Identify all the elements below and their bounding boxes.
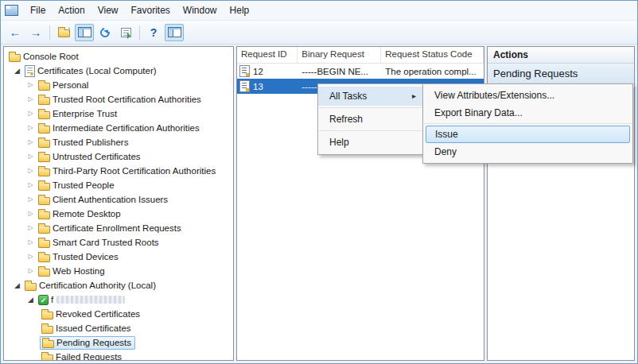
request-status-value: The operation compl... xyxy=(381,67,484,76)
export-list-button[interactable] xyxy=(116,24,135,41)
menu-window[interactable]: Window xyxy=(177,2,224,19)
mmc-console-window: File Action View Favorites Window Help ←… xyxy=(0,0,638,364)
expander-collapsed-icon[interactable]: ▷ xyxy=(25,235,36,250)
column-header-request-status-code[interactable]: Request Status Code xyxy=(381,47,484,63)
context-menu-item-refresh[interactable]: Refresh xyxy=(318,110,422,129)
menu-item-label: All Tasks xyxy=(329,87,412,106)
menu-item-label: View Attributes/Extensions... xyxy=(434,87,626,104)
expander-collapsed-icon[interactable]: ▷ xyxy=(25,178,36,192)
menu-help[interactable]: Help xyxy=(224,2,256,19)
submenu-item-deny[interactable]: Deny xyxy=(423,143,632,161)
back-arrow-icon: ← xyxy=(10,26,21,38)
tree-item-remote-desktop[interactable]: ▷ Remote Desktop xyxy=(4,207,233,221)
menu-file[interactable]: File xyxy=(24,2,52,19)
folder-icon xyxy=(42,340,54,348)
refresh-button[interactable] xyxy=(95,24,115,41)
menu-item-label: Export Binary Data... xyxy=(434,104,626,122)
tree-item-label: Smart Card Trusted Roots xyxy=(53,238,159,247)
tree-item-label: Certificate Enrollment Requests xyxy=(53,223,181,233)
tree-item-pending-requests[interactable]: Pending Requests xyxy=(4,335,233,350)
submenu-item-export-binary-data[interactable]: Export Binary Data... xyxy=(423,104,632,122)
column-header-binary-request[interactable]: Binary Request xyxy=(298,47,381,63)
actions-pane-title: Actions xyxy=(488,47,634,64)
expander-collapsed-icon[interactable]: ▷ xyxy=(25,192,36,207)
expander-collapsed-icon[interactable]: ▷ xyxy=(25,221,36,235)
tree-selection-highlight: Pending Requests xyxy=(40,336,135,350)
folder-icon xyxy=(41,312,53,319)
tree-item-trusted-devices[interactable]: ▷ Trusted Devices xyxy=(4,250,233,264)
tree-item-personal[interactable]: ▷ Personal xyxy=(4,78,233,92)
tree-item-trusted-root-certification-authorities[interactable]: ▷ Trusted Root Certification Authorities xyxy=(4,92,233,106)
expander-collapsed-icon[interactable]: ▷ xyxy=(25,250,36,264)
tree-item-third-party-root-certification-authorities[interactable]: ▷ Third-Party Root Certification Authori… xyxy=(4,164,233,178)
expander-collapsed-icon[interactable]: ▷ xyxy=(25,106,36,121)
request-row-12[interactable]: 12 -----BEGIN NE... The operation compl.… xyxy=(237,64,484,79)
folder-icon xyxy=(38,269,50,277)
tree-item-enterprise-trust[interactable]: ▷ Enterprise Trust xyxy=(4,106,233,121)
context-menu: All Tasks ▸ Refresh Help xyxy=(317,83,423,155)
menu-favorites[interactable]: Favorites xyxy=(125,2,177,19)
menu-separator xyxy=(319,107,422,108)
tree-item-failed-requests[interactable]: Failed Requests xyxy=(4,350,233,361)
certificate-request-icon xyxy=(239,65,250,77)
expander-collapsed-icon[interactable]: ▷ xyxy=(25,78,36,92)
tree-item-console-root[interactable]: Console Root xyxy=(4,49,233,64)
expander-collapsed-icon[interactable]: ▷ xyxy=(25,121,36,135)
menu-action[interactable]: Action xyxy=(52,2,91,19)
tree-item-certification-authority-local[interactable]: ◢ Certification Authority (Local) xyxy=(4,278,233,292)
tree-item-label: Certificates (Local Computer) xyxy=(37,66,157,76)
list-header: Request ID Binary Request Request Status… xyxy=(237,47,484,64)
tree-item-trusted-publishers[interactable]: ▷ Trusted Publishers xyxy=(4,135,233,149)
tree-item-label: Failed Requests xyxy=(56,352,122,361)
expander-collapsed-icon[interactable]: ▷ xyxy=(25,135,36,149)
show-console-tree-button[interactable] xyxy=(75,24,94,41)
forward-button[interactable]: → xyxy=(26,24,45,41)
tree-item-label: Trusted Root Certification Authorities xyxy=(53,95,201,104)
column-header-request-id[interactable]: Request ID xyxy=(237,47,298,63)
expander-collapsed-icon[interactable]: ▷ xyxy=(25,92,36,106)
tree-item-smart-card-trusted-roots[interactable]: ▷ Smart Card Trusted Roots xyxy=(4,235,233,250)
menu-view[interactable]: View xyxy=(91,2,125,19)
tree-item-label: Enterprise Trust xyxy=(53,109,117,118)
expander-expanded-icon[interactable]: ◢ xyxy=(25,292,36,307)
request-id-value: 13 xyxy=(253,82,263,91)
tree-item-certificate-enrollment-requests[interactable]: ▷ Certificate Enrollment Requests xyxy=(4,221,233,235)
submenu-item-issue[interactable]: Issue xyxy=(426,126,630,143)
help-icon: ? xyxy=(150,27,158,38)
all-tasks-submenu: View Attributes/Extensions... Export Bin… xyxy=(422,83,633,164)
tree-item-label: Certification Authority (Local) xyxy=(39,281,156,290)
expander-collapsed-icon[interactable]: ▷ xyxy=(25,264,36,278)
folder-icon xyxy=(41,326,53,334)
tree-item-issued-certificates[interactable]: Issued Certificates xyxy=(4,321,233,335)
folder-icon xyxy=(38,83,50,91)
up-one-level-button[interactable]: ↑ xyxy=(54,24,73,41)
toolbar: ← → ↑ ? xyxy=(1,21,637,45)
action-pane-panes-icon xyxy=(168,27,181,37)
tree-item-revoked-certificates[interactable]: Revoked Certificates xyxy=(4,307,233,321)
console-tree-pane: Console Root ◢ Certificates (Local Compu… xyxy=(3,46,234,361)
show-action-pane-button[interactable] xyxy=(165,24,184,41)
expander-collapsed-icon[interactable]: ▷ xyxy=(25,149,36,164)
expander-collapsed-icon[interactable]: ▷ xyxy=(25,207,36,221)
submenu-item-view-attributes-extensions[interactable]: View Attributes/Extensions... xyxy=(423,87,632,104)
expander-expanded-icon[interactable]: ◢ xyxy=(12,278,22,292)
folder-icon xyxy=(38,140,50,148)
tree-item-certificates-local-computer[interactable]: ◢ Certificates (Local Computer) xyxy=(4,64,233,78)
folder-icon xyxy=(38,226,50,234)
help-button[interactable]: ? xyxy=(144,24,163,41)
tree-item-web-hosting[interactable]: ▷ Web Hosting xyxy=(4,264,233,278)
tree-item-client-authentication-issuers[interactable]: ▷ Client Authentication Issuers xyxy=(4,192,233,207)
tree-item-intermediate-certification-authorities[interactable]: ▷ Intermediate Certification Authorities xyxy=(4,121,233,135)
tree-item-label: Web Hosting xyxy=(53,266,105,276)
expander-collapsed-icon[interactable]: ▷ xyxy=(25,164,36,178)
actions-section-pending-requests[interactable]: Pending Requests xyxy=(488,64,634,84)
folder-icon xyxy=(38,240,50,248)
back-button[interactable]: ← xyxy=(6,24,25,41)
context-menu-item-help[interactable]: Help xyxy=(318,133,422,152)
context-menu-item-all-tasks[interactable]: All Tasks ▸ xyxy=(318,87,422,106)
tree-item-trusted-people[interactable]: ▷ Trusted People xyxy=(4,178,233,192)
tree-item-untrusted-certificates[interactable]: ▷ Untrusted Certificates xyxy=(4,149,233,164)
expander-expanded-icon[interactable]: ◢ xyxy=(12,64,22,78)
console-tree: Console Root ◢ Certificates (Local Compu… xyxy=(4,47,233,361)
tree-item-ca-server[interactable]: ◢ f xyxy=(4,292,233,307)
